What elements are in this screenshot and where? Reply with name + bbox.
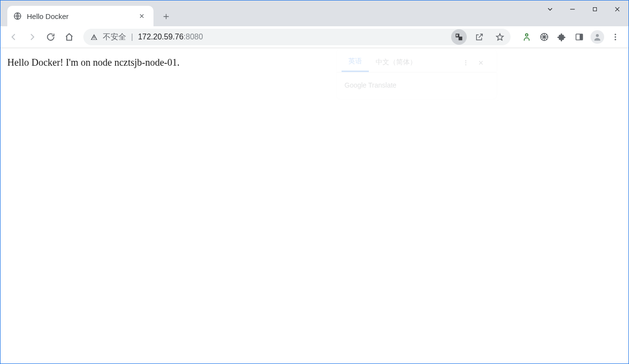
omnibox-separator: |	[131, 33, 133, 41]
profile-avatar[interactable]	[591, 30, 604, 44]
svg-point-6	[596, 34, 599, 37]
window-controls	[539, 0, 629, 18]
svg-point-10	[465, 60, 466, 61]
new-tab-button[interactable]	[159, 10, 173, 23]
svg-point-9	[615, 39, 616, 40]
home-button[interactable]	[61, 29, 77, 45]
share-icon[interactable]	[472, 29, 487, 45]
browser-tab[interactable]: Hello Docker	[7, 6, 153, 26]
extensions-menu-icon[interactable]	[553, 29, 570, 45]
url-text: 172.20.59.76:8080	[138, 33, 446, 41]
address-bar[interactable]: 不安全 | 172.20.59.76:8080	[83, 29, 511, 45]
browser-toolbar: 不安全 | 172.20.59.76:8080	[0, 26, 629, 48]
page-body-text: Hello Docker! I'm on node ncztsjb-node-0…	[7, 57, 180, 68]
forward-button[interactable]	[24, 29, 40, 45]
svg-point-11	[465, 62, 466, 63]
back-button[interactable]	[5, 29, 22, 45]
window-minimize-button[interactable]	[561, 0, 584, 18]
url-port: :8080	[184, 33, 203, 41]
translate-tab-source[interactable]: 英语	[342, 53, 369, 72]
translate-popup[interactable]: 英语 中文（简体） Google Translate	[337, 49, 496, 99]
window-close-button[interactable]	[606, 0, 629, 18]
extension-area	[518, 29, 624, 45]
translate-popup-menu-icon[interactable]	[462, 59, 476, 66]
url-host: 172.20.59.76	[138, 33, 183, 41]
side-panel-icon[interactable]	[571, 29, 588, 45]
svg-point-7	[615, 34, 616, 35]
window-maximize-button[interactable]	[584, 0, 606, 18]
svg-point-8	[615, 36, 616, 38]
translate-popup-body: Google Translate	[337, 73, 496, 99]
globe-icon	[13, 12, 22, 20]
svg-rect-5	[580, 34, 583, 40]
extension-icon-2[interactable]	[536, 29, 553, 45]
not-secure-icon	[90, 33, 98, 41]
translate-popup-close-icon[interactable]	[478, 60, 492, 66]
translate-icon[interactable]	[451, 29, 467, 45]
chrome-menu-icon[interactable]	[607, 29, 624, 45]
svg-point-2	[526, 34, 528, 36]
translate-popup-tabs: 英语 中文（简体）	[337, 49, 496, 73]
tab-strip: Hello Docker	[0, 0, 629, 26]
security-label: 不安全	[103, 32, 126, 42]
extension-icon-1[interactable]	[518, 29, 535, 45]
svg-point-12	[465, 64, 466, 65]
translate-tab-target[interactable]: 中文（简体）	[369, 54, 423, 72]
svg-rect-1	[593, 8, 597, 11]
tab-close-icon[interactable]	[139, 13, 148, 19]
tab-search-icon[interactable]	[539, 0, 561, 18]
page-content: Hello Docker! I'm on node ncztsjb-node-0…	[0, 48, 629, 364]
bookmark-icon[interactable]	[492, 29, 508, 45]
reload-button[interactable]	[42, 29, 59, 45]
tab-title: Hello Docker	[27, 12, 134, 20]
